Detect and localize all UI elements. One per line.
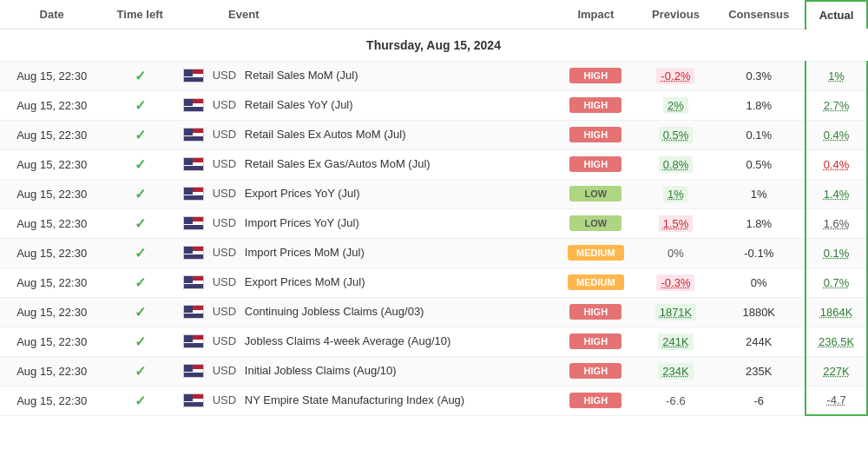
currency-label: USD — [213, 334, 236, 347]
cell-impact: HIGH — [553, 356, 638, 386]
table-row: Aug 15, 22:30✓ USD Export Prices MoM (Ju… — [0, 268, 867, 297]
cell-check: ✓ — [103, 238, 176, 268]
consensus-value: 0.5% — [746, 158, 772, 171]
col-consensus: Consensus — [713, 1, 806, 29]
cell-actual: -4.7 — [806, 386, 867, 415]
cell-consensus: 0.5% — [713, 149, 806, 179]
cell-previous: -6.6 — [639, 386, 713, 415]
cell-actual: 1% — [806, 61, 867, 90]
cell-date: Aug 15, 22:30 — [0, 120, 103, 149]
cell-actual: 236.5K — [806, 327, 867, 356]
consensus-value: 0% — [751, 276, 767, 289]
cell-previous: 1.5% — [639, 208, 713, 238]
cell-impact: MEDIUM — [553, 268, 638, 297]
cell-check: ✓ — [103, 61, 176, 90]
cell-check: ✓ — [103, 179, 176, 208]
currency-label: USD — [213, 275, 236, 288]
cell-impact: HIGH — [553, 149, 638, 179]
impact-badge: HIGH — [569, 304, 621, 320]
event-name: Export Prices YoY (Jul) — [245, 187, 360, 200]
impact-badge: HIGH — [569, 363, 621, 379]
col-event: Event — [176, 1, 553, 29]
cell-consensus: 0.1% — [713, 120, 806, 149]
consensus-value: -6 — [753, 394, 764, 407]
flag-icon — [183, 364, 204, 378]
col-actual: Actual — [806, 1, 867, 29]
col-impact: Impact — [553, 1, 638, 29]
actual-value: 0.4% — [824, 129, 850, 142]
cell-date: Aug 15, 22:30 — [0, 356, 103, 386]
cell-check: ✓ — [103, 327, 176, 356]
previous-value: 0.5% — [659, 127, 694, 143]
check-icon: ✓ — [135, 393, 146, 408]
previous-value: -6.6 — [666, 394, 685, 407]
cell-actual: 0.4% — [806, 149, 867, 179]
currency-label: USD — [213, 187, 236, 200]
table-row: Aug 15, 22:30✓ USD Retail Sales MoM (Jul… — [0, 61, 867, 90]
table-row: Aug 15, 22:30✓ USD Continuing Jobless Cl… — [0, 297, 867, 327]
check-icon: ✓ — [135, 334, 146, 349]
cell-event: USD Continuing Jobless Claims (Aug/03) — [176, 297, 553, 327]
actual-value: 0.7% — [824, 276, 850, 289]
impact-badge: LOW — [569, 186, 621, 201]
currency-label: USD — [213, 246, 236, 259]
cell-impact: LOW — [553, 179, 638, 208]
cell-impact: MEDIUM — [553, 238, 638, 268]
cell-actual: 1864K — [806, 297, 867, 327]
check-icon: ✓ — [135, 364, 146, 379]
cell-event: USD Import Prices YoY (Jul) — [176, 208, 553, 238]
event-name: Retail Sales YoY (Jul) — [245, 98, 353, 111]
currency-label: USD — [213, 128, 236, 141]
event-name: Retail Sales MoM (Jul) — [245, 69, 358, 82]
cell-check: ✓ — [103, 90, 176, 120]
actual-value: 1.6% — [824, 217, 850, 230]
table-row: Aug 15, 22:30✓ USD NY Empire State Manuf… — [0, 386, 867, 415]
impact-badge: MEDIUM — [568, 274, 624, 290]
table-row: Aug 15, 22:30✓ USD Jobless Claims 4-week… — [0, 327, 867, 356]
cell-impact: HIGH — [553, 327, 638, 356]
cell-event: USD Retail Sales Ex Gas/Autos MoM (Jul) — [176, 149, 553, 179]
table-header-row: Date Time left Event Impact Previous Con… — [0, 1, 867, 29]
cell-event: USD Export Prices YoY (Jul) — [176, 179, 553, 208]
cell-date: Aug 15, 22:30 — [0, 208, 103, 238]
cell-consensus: 235K — [713, 356, 806, 386]
cell-impact: HIGH — [553, 297, 638, 327]
table-row: Aug 15, 22:30✓ USD Import Prices YoY (Ju… — [0, 208, 867, 238]
consensus-value: 1.8% — [746, 99, 772, 112]
cell-check: ✓ — [103, 208, 176, 238]
currency-label: USD — [213, 216, 236, 229]
event-name: Initial Jobless Claims (Aug/10) — [245, 364, 397, 377]
previous-value: 234K — [658, 363, 693, 380]
col-previous: Previous — [639, 1, 713, 29]
actual-value: 236.5K — [819, 335, 854, 348]
cell-check: ✓ — [103, 268, 176, 297]
check-icon: ✓ — [135, 246, 146, 261]
currency-label: USD — [213, 69, 236, 82]
event-name: Export Prices MoM (Jul) — [245, 275, 365, 288]
cell-previous: 1871K — [639, 297, 713, 327]
col-timeleft: Time left — [103, 1, 176, 29]
consensus-value: 1880K — [742, 306, 775, 319]
cell-previous: 234K — [639, 356, 713, 386]
previous-value: 1% — [663, 186, 688, 202]
cell-event: USD Retail Sales YoY (Jul) — [176, 90, 553, 120]
cell-previous: 241K — [639, 327, 713, 356]
impact-badge: HIGH — [569, 127, 621, 142]
cell-event: USD Initial Jobless Claims (Aug/10) — [176, 356, 553, 386]
flag-icon — [183, 393, 204, 407]
check-icon: ✓ — [135, 69, 146, 83]
cell-previous: -0.2% — [639, 61, 713, 90]
cell-consensus: 0% — [713, 268, 806, 297]
cell-consensus: 244K — [713, 327, 806, 356]
impact-badge: LOW — [569, 215, 621, 231]
check-icon: ✓ — [135, 275, 146, 290]
cell-date: Aug 15, 22:30 — [0, 327, 103, 356]
cell-previous: 0% — [639, 238, 713, 268]
actual-value: 0.4% — [824, 158, 850, 171]
col-date: Date — [0, 1, 103, 29]
cell-consensus: 1% — [713, 179, 806, 208]
cell-date: Aug 15, 22:30 — [0, 386, 103, 415]
cell-consensus: -6 — [713, 386, 806, 415]
cell-actual: 0.1% — [806, 238, 867, 268]
table-row: Aug 15, 22:30✓ USD Export Prices YoY (Ju… — [0, 179, 867, 208]
